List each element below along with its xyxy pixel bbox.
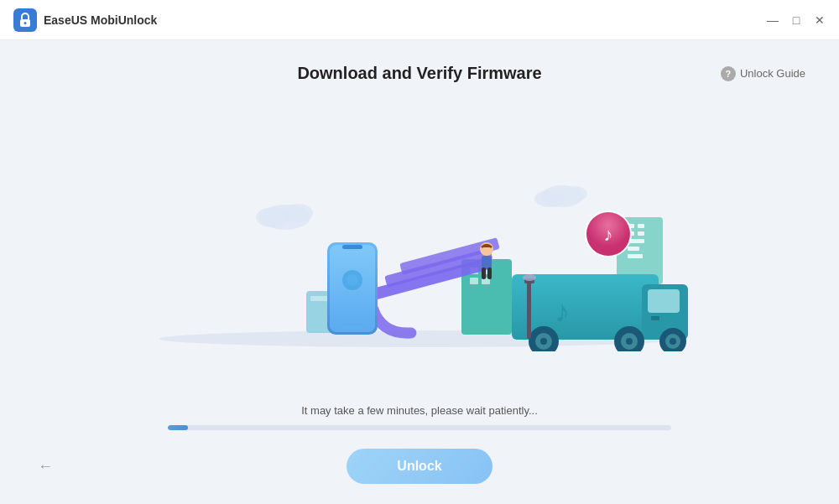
svg-rect-16 bbox=[628, 247, 639, 251]
page-header: Download and Verify Firmware ? Unlock Gu… bbox=[34, 40, 805, 96]
page-title: Download and Verify Firmware bbox=[297, 64, 541, 83]
svg-point-44 bbox=[626, 338, 633, 345]
window-controls: — □ ✕ bbox=[767, 14, 826, 26]
close-button[interactable]: ✕ bbox=[814, 14, 826, 26]
svg-rect-14 bbox=[638, 231, 644, 236]
svg-rect-62 bbox=[482, 256, 492, 269]
app-branding: EaseUS MobiUnlock bbox=[13, 8, 157, 32]
svg-point-6 bbox=[283, 204, 313, 222]
illustration-area: ♪ ♪ bbox=[34, 96, 805, 404]
unlock-guide-label: Unlock Guide bbox=[740, 67, 805, 80]
back-button[interactable]: ← bbox=[34, 455, 57, 478]
progress-section: It may take a few minutes, please wait p… bbox=[34, 404, 805, 437]
progress-status-text: It may take a few minutes, please wait p… bbox=[301, 404, 538, 417]
svg-rect-36 bbox=[648, 289, 680, 313]
svg-rect-65 bbox=[527, 280, 531, 339]
svg-rect-21 bbox=[470, 278, 478, 284]
maximize-button[interactable]: □ bbox=[790, 14, 802, 26]
svg-point-2 bbox=[24, 22, 27, 24]
svg-text:♪: ♪ bbox=[555, 294, 570, 329]
svg-rect-17 bbox=[628, 254, 643, 258]
svg-rect-30 bbox=[342, 245, 362, 249]
svg-rect-12 bbox=[638, 224, 644, 228]
svg-point-9 bbox=[562, 186, 587, 201]
minimize-button[interactable]: — bbox=[767, 14, 779, 26]
main-content: Download and Verify Firmware ? Unlock Gu… bbox=[0, 40, 839, 504]
bottom-bar: ← Unlock bbox=[34, 437, 805, 487]
svg-rect-64 bbox=[487, 268, 492, 279]
svg-point-32 bbox=[347, 274, 358, 286]
help-icon: ? bbox=[721, 66, 736, 81]
svg-point-8 bbox=[534, 190, 565, 207]
progress-bar-fill bbox=[168, 425, 188, 430]
svg-rect-33 bbox=[342, 326, 362, 329]
svg-point-41 bbox=[540, 338, 547, 345]
illustration-svg: ♪ ♪ bbox=[151, 150, 688, 351]
svg-point-67 bbox=[523, 274, 536, 281]
unlock-guide-button[interactable]: ? Unlock Guide bbox=[721, 66, 805, 81]
svg-rect-37 bbox=[651, 316, 659, 320]
svg-rect-63 bbox=[482, 268, 486, 279]
unlock-button[interactable]: Unlock bbox=[347, 449, 492, 484]
svg-point-47 bbox=[670, 338, 676, 345]
title-bar: EaseUS MobiUnlock — □ ✕ bbox=[0, 0, 839, 40]
svg-text:♪: ♪ bbox=[604, 224, 613, 245]
app-title: EaseUS MobiUnlock bbox=[44, 13, 157, 27]
app-icon bbox=[13, 8, 37, 32]
progress-bar-container bbox=[168, 425, 671, 430]
